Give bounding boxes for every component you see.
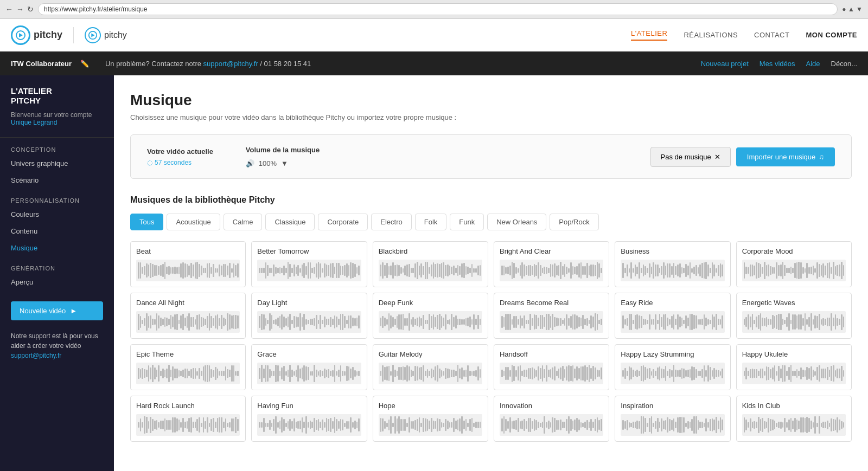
address-bar[interactable]: https://www.pitchy.fr/atelier/musique xyxy=(38,3,838,15)
music-card-title-19: Having Fun xyxy=(257,402,361,410)
aide-link[interactable]: Aide xyxy=(806,60,820,68)
sidebar-item-univers[interactable]: Univers graphique xyxy=(0,155,114,172)
music-card-title-11: Energetic Waves xyxy=(742,299,846,307)
logo1[interactable]: pitchy xyxy=(11,25,62,45)
music-card-9[interactable]: Dreams Become Real xyxy=(494,293,609,339)
logo1-circle xyxy=(11,25,30,45)
music-card-title-9: Dreams Become Real xyxy=(500,299,603,307)
sidebar-item-contenu[interactable]: Contenu xyxy=(0,223,114,240)
browser-icons: ● ▲ ▼ xyxy=(842,5,863,13)
music-card-7[interactable]: Day Light xyxy=(251,293,367,339)
filter-tab-electro[interactable]: Electro xyxy=(371,214,411,230)
subnav-msg: Un problème? Contactez notre support@pit… xyxy=(105,60,311,68)
music-card-title-5: Corporate Mood xyxy=(742,247,846,255)
music-card-17[interactable]: Happy Ukulele xyxy=(736,344,852,390)
filter-tab-folk[interactable]: Folk xyxy=(415,214,447,230)
music-card-title-22: Inspiration xyxy=(621,402,724,410)
nav-realisations[interactable]: RÉALISATIONS xyxy=(684,31,738,39)
back-btn[interactable]: ← xyxy=(5,5,13,14)
edit-icon[interactable]: ✏️ xyxy=(80,60,89,68)
music-grid: BeatBetter TomorrowBlackbirdBright And C… xyxy=(130,241,852,442)
support-email-link[interactable]: support@pitchy.fr xyxy=(203,60,258,68)
sidebar-user[interactable]: Unique Legrand xyxy=(11,119,103,126)
logo-divider xyxy=(73,27,74,43)
subnav-title: ITW Collaborateur xyxy=(11,60,72,68)
filter-tab-classique[interactable]: Classique xyxy=(265,214,315,230)
nav-contact[interactable]: CONTACT xyxy=(754,31,789,39)
music-card-20[interactable]: Hope xyxy=(373,396,488,442)
music-card-5[interactable]: Corporate Mood xyxy=(736,241,852,287)
music-card-8[interactable]: Deep Funk xyxy=(373,293,488,339)
waveform-17 xyxy=(742,363,846,384)
music-card-13[interactable]: Grace xyxy=(251,344,367,390)
duration-text: 57 secondes xyxy=(155,159,192,166)
music-card-title-17: Happy Ukulele xyxy=(742,350,846,358)
music-action-buttons: Pas de musique ✕ Importer une musique ♫ xyxy=(650,147,835,167)
music-card-1[interactable]: Better Tomorrow xyxy=(251,241,367,287)
sidebar-section-conception: Conception xyxy=(0,138,114,155)
music-card-title-12: Epic Theme xyxy=(136,350,240,358)
filter-tab-tous[interactable]: Tous xyxy=(130,214,163,230)
music-card-15[interactable]: Handsoff xyxy=(494,344,609,390)
sidebar-item-musique[interactable]: Musique xyxy=(0,240,114,256)
music-card-3[interactable]: Bright And Clear xyxy=(494,241,609,287)
browser-controls[interactable]: ← → ↻ xyxy=(5,5,34,14)
support-email[interactable]: support@pitchy.fr xyxy=(11,352,61,359)
music-card-0[interactable]: Beat xyxy=(130,241,246,287)
music-card-2[interactable]: Blackbird xyxy=(373,241,488,287)
waveform-16 xyxy=(621,363,724,384)
volume-arrow[interactable]: ▼ xyxy=(281,159,288,167)
filter-tab-corporate[interactable]: Corporate xyxy=(318,214,368,230)
music-card-16[interactable]: Happy Lazy Strumming xyxy=(615,344,730,390)
page-title: Musique xyxy=(130,92,852,109)
deconnect-link[interactable]: Décon... xyxy=(831,60,857,68)
volume-icon: 🔊 xyxy=(246,159,254,167)
no-music-button[interactable]: Pas de musique ✕ xyxy=(650,147,731,167)
music-card-11[interactable]: Energetic Waves xyxy=(736,293,852,339)
volume-section: Volume de la musique 🔊 100% ▼ xyxy=(246,146,320,167)
main-layout: L'ATELIERPITCHY Bienvenue sur votre comp… xyxy=(0,75,868,471)
sidebar: L'ATELIERPITCHY Bienvenue sur votre comp… xyxy=(0,75,114,471)
nav-moncompte[interactable]: MON COMPTE xyxy=(806,31,857,39)
waveform-8 xyxy=(379,311,482,333)
import-music-button[interactable]: Importer une musique ♫ xyxy=(736,147,835,166)
waveform-13 xyxy=(257,363,361,384)
filter-tab-acoustique[interactable]: Acoustique xyxy=(167,214,220,230)
forward-btn[interactable]: → xyxy=(16,5,24,14)
waveform-20 xyxy=(379,414,482,436)
waveform-9 xyxy=(500,311,603,333)
waveform-22 xyxy=(621,414,724,436)
music-card-19[interactable]: Having Fun xyxy=(251,396,367,442)
filter-tab-new-orleans[interactable]: New Orleans xyxy=(487,214,546,230)
logo2[interactable]: pitchy xyxy=(85,27,127,43)
music-card-4[interactable]: Business xyxy=(615,241,730,287)
video-current-section: Votre vidéo actuelle ◌ 57 secondes xyxy=(147,147,213,166)
music-card-title-10: Easy Ride xyxy=(621,299,724,307)
music-card-6[interactable]: Dance All Night xyxy=(130,293,246,339)
filter-tab-funk[interactable]: Funk xyxy=(450,214,484,230)
music-card-21[interactable]: Innovation xyxy=(494,396,609,442)
music-card-14[interactable]: Guitar Melody xyxy=(373,344,488,390)
music-card-title-7: Day Light xyxy=(257,299,361,307)
music-card-10[interactable]: Easy Ride xyxy=(615,293,730,339)
sidebar-item-apercu[interactable]: Aperçu xyxy=(0,274,114,291)
mes-videos-link[interactable]: Mes vidéos xyxy=(760,60,795,68)
music-card-23[interactable]: Kids In Club xyxy=(736,396,852,442)
no-music-label: Pas de musique xyxy=(661,153,711,161)
music-card-18[interactable]: Hard Rock Launch xyxy=(130,396,246,442)
nav-latelier[interactable]: L'ATELIER xyxy=(631,29,667,41)
filter-tab-calme[interactable]: Calme xyxy=(224,214,263,230)
new-video-button[interactable]: Nouvelle vidéo ► xyxy=(11,301,103,320)
filter-tab-pop-rock[interactable]: Pop/Rock xyxy=(550,214,598,230)
waveform-4 xyxy=(621,260,724,281)
new-project-link[interactable]: Nouveau projet xyxy=(701,60,749,68)
music-card-title-18: Hard Rock Launch xyxy=(136,402,240,410)
music-card-12[interactable]: Epic Theme xyxy=(130,344,246,390)
waveform-2 xyxy=(379,260,482,281)
reload-btn[interactable]: ↻ xyxy=(27,5,34,14)
sidebar-item-couleurs[interactable]: Couleurs xyxy=(0,206,114,223)
waveform-0 xyxy=(136,260,240,281)
waveform-21 xyxy=(500,414,603,436)
sidebar-item-scenario[interactable]: Scénario xyxy=(0,172,114,189)
music-card-22[interactable]: Inspiration xyxy=(615,396,730,442)
